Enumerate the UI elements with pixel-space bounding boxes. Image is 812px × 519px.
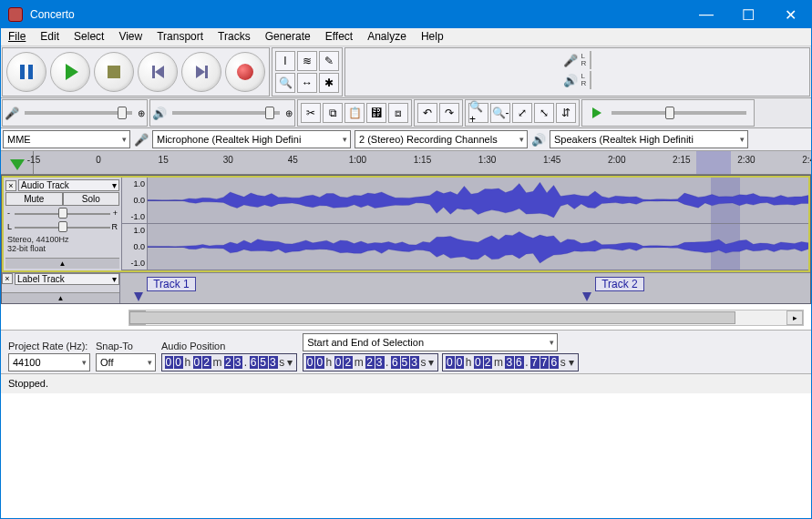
zoom-toolbar: 🔍+ 🔍- ⤢ ⤡ ⇵ — [465, 99, 580, 127]
menu-effect[interactable]: Effect — [318, 28, 360, 46]
timeshift-tool-icon[interactable]: ↔ — [297, 73, 317, 93]
track-control-panel: × Audio Track▾ Mute Solo -+ LR Stereo, 4… — [4, 178, 122, 270]
multi-tool-icon[interactable]: ✱ — [319, 73, 339, 93]
audio-host-combo[interactable]: MME — [3, 130, 130, 148]
titlebar: Concerto — ☐ ✕ — [1, 1, 811, 28]
project-rate-combo[interactable]: 44100 — [8, 353, 90, 371]
selection-tool-icon[interactable]: I — [275, 51, 295, 71]
play-head-icon — [10, 159, 25, 170]
mic-icon[interactable]: 🎤 — [563, 54, 578, 67]
envelope-tool-icon[interactable]: ≋ — [297, 51, 317, 71]
snap-to-combo[interactable]: Off — [96, 353, 156, 371]
mixer-play-slider[interactable]: 🔊 ⊕ — [149, 99, 295, 127]
copy-icon[interactable]: ⧉ — [323, 103, 343, 123]
app-icon — [8, 7, 23, 22]
solo-button[interactable]: Solo — [63, 192, 120, 206]
scroll-right-button[interactable]: ▸ — [786, 310, 803, 325]
edit-toolbar: ✂ ⧉ 📋 ⶿ ⧈ — [297, 99, 412, 127]
redo-icon[interactable]: ↷ — [439, 103, 459, 123]
vertical-scale-right: 1.00.0-1.0 — [122, 224, 148, 270]
record-button[interactable] — [225, 52, 265, 92]
play-button[interactable] — [50, 52, 90, 92]
fit-project-icon[interactable]: ⤡ — [534, 103, 554, 123]
skip-end-button[interactable] — [181, 52, 221, 92]
play-meter-lr: LR — [580, 73, 589, 87]
playback-meter[interactable]: -57-54-51-48-45-42-39-36-33-30-27-24-21-… — [590, 71, 591, 89]
output-device-icon: 🔊 — [531, 133, 546, 147]
label-flag[interactable]: Track 1 — [134, 277, 196, 291]
undo-icon[interactable]: ↶ — [417, 103, 437, 123]
mixer-rec-slider[interactable]: 🎤 ⊕ — [2, 99, 148, 127]
play-at-speed-button[interactable] — [585, 103, 605, 123]
label-track-area[interactable]: Track 1Track 2 — [120, 273, 810, 303]
skip-start-button[interactable] — [138, 52, 178, 92]
menu-select[interactable]: Select — [67, 28, 111, 46]
rec-channels-combo[interactable]: 2 (Stereo) Recording Channels — [355, 130, 528, 148]
zoom-tool-icon[interactable]: 🔍 — [275, 73, 295, 93]
plus-icon: ⊕ — [138, 108, 145, 118]
label-track: × Label Track▾ ▲ Track 1Track 2 — [2, 272, 810, 303]
selection-start-field[interactable]: 00h02m23.653s▾ — [303, 353, 438, 371]
input-device-icon: 🎤 — [134, 133, 149, 147]
menu-analyze[interactable]: Analyze — [360, 28, 414, 46]
label-flag[interactable]: Track 2 — [582, 277, 644, 291]
waveform-left-channel[interactable] — [148, 178, 808, 223]
menu-transport[interactable]: Transport — [149, 28, 211, 46]
selection-mode-combo[interactable]: Start and End of Selection — [303, 333, 558, 351]
label-track-menu-button[interactable]: Label Track▾ — [15, 273, 119, 285]
snap-to-label: Snap-To — [96, 341, 156, 351]
zoom-in-icon[interactable]: 🔍+ — [468, 103, 488, 123]
zoom-toggle-icon[interactable]: ⇵ — [556, 103, 576, 123]
output-device-combo[interactable]: Speakers (Realtek High Definiti — [550, 130, 748, 148]
close-button[interactable]: ✕ — [769, 1, 811, 28]
track-close-button[interactable]: × — [5, 180, 16, 191]
maximize-button[interactable]: ☐ — [727, 1, 769, 28]
silence-icon[interactable]: ⧈ — [388, 103, 408, 123]
timeline[interactable]: -1501530451:001:151:301:452:002:152:302:… — [1, 151, 811, 175]
draw-tool-icon[interactable]: ✎ — [319, 51, 339, 71]
timeline-selection — [696, 151, 731, 174]
zoom-out-icon[interactable]: 🔍- — [490, 103, 510, 123]
label-track-close-button[interactable]: × — [2, 273, 13, 284]
audio-track: × Audio Track▾ Mute Solo -+ LR Stereo, 4… — [2, 176, 810, 272]
audio-position-field[interactable]: 00h02m23.653s▾ — [161, 353, 297, 371]
project-rate-label: Project Rate (Hz): — [8, 341, 90, 351]
menu-view[interactable]: View — [111, 28, 149, 46]
menu-edit[interactable]: Edit — [33, 28, 67, 46]
track-collapse-button[interactable]: ▲ — [5, 258, 119, 269]
track-menu-button[interactable]: Audio Track▾ — [18, 179, 119, 191]
fit-selection-icon[interactable]: ⤢ — [512, 103, 532, 123]
recording-meter[interactable]: -57-54-51-48-45-42-18-15-12-9-6-30 Click… — [590, 51, 591, 69]
minimize-button[interactable]: — — [685, 1, 727, 28]
menu-file[interactable]: File — [1, 28, 33, 46]
waveform-area[interactable]: 1.00.0-1.0 1.00.0-1.0 — [122, 178, 808, 270]
input-device-combo[interactable]: Microphone (Realtek High Defini — [152, 130, 351, 148]
menubar: File Edit Select View Transport Tracks G… — [1, 28, 811, 46]
trim-icon[interactable]: ⶿ — [366, 103, 386, 123]
tools-toolbar: I ≋ ✎ 🔍 ↔ ✱ — [272, 47, 343, 97]
play-at-speed-toolbar — [581, 99, 755, 127]
speaker-icon[interactable]: 🔊 — [563, 74, 578, 87]
speaker-slider-icon: 🔊 — [152, 107, 167, 120]
statusbar: Stopped. — [1, 373, 811, 393]
scroll-thumb[interactable] — [129, 311, 735, 324]
cut-icon[interactable]: ✂ — [301, 103, 321, 123]
menu-tracks[interactable]: Tracks — [211, 28, 258, 46]
waveform-right-channel[interactable] — [148, 224, 808, 270]
label-track-collapse-button[interactable]: ▲ — [2, 292, 119, 303]
mute-button[interactable]: Mute — [5, 192, 63, 206]
horizontal-scrollbar[interactable]: ◂ ▸ — [128, 310, 804, 326]
stop-button[interactable] — [94, 52, 134, 92]
selection-toolbar: Project Rate (Hz): 44100 Snap-To Off Aud… — [1, 330, 811, 373]
mic-slider-icon: 🎤 — [5, 107, 19, 120]
selection-end-field[interactable]: 00h02m36.776s▾ — [442, 353, 578, 371]
audio-position-label: Audio Position — [161, 341, 297, 351]
gain-slider[interactable]: -+ — [5, 207, 119, 219]
menu-help[interactable]: Help — [414, 28, 451, 46]
pause-button[interactable] — [6, 52, 46, 92]
pan-slider[interactable]: LR — [5, 220, 119, 233]
menu-generate[interactable]: Generate — [258, 28, 318, 46]
paste-icon[interactable]: 📋 — [344, 103, 365, 123]
timeline-ruler[interactable]: -1501530451:001:151:301:452:002:152:302:… — [34, 151, 811, 174]
toolbar-row-2: 🎤 ⊕ 🔊 ⊕ ✂ ⧉ 📋 ⶿ ⧈ ↶ ↷ 🔍+ 🔍- ⤢ ⤡ ⇵ — [1, 98, 811, 128]
